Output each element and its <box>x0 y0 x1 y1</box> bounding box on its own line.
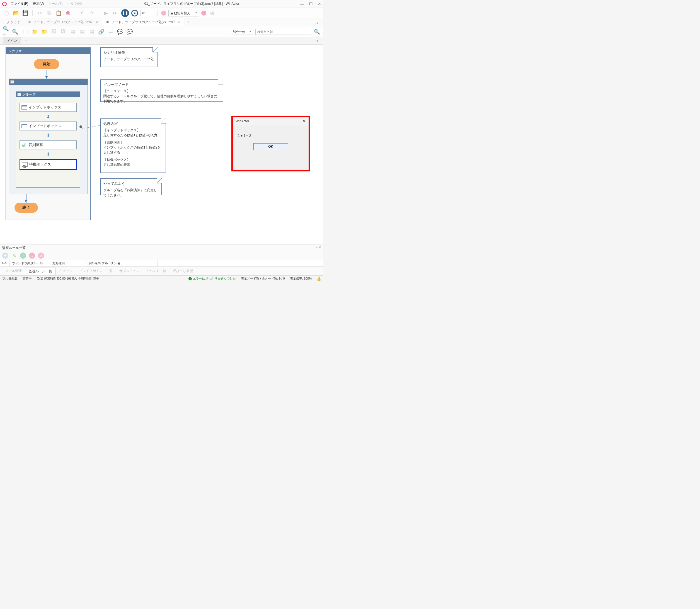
note-try[interactable]: やってみよう グループ名を「四則演算」に変更してください。 <box>100 178 162 195</box>
edit-toolbar: 🔍+ 🔍- ⬚ 📁 📁 🖼 🖼 ▤ ▤ ▤ 🔗 ⇄ 💬 💬 部分一致 🔍 <box>0 26 323 37</box>
status-progress: (0/1) 経過時間 [00:00:10] 残り予想時間計算中 <box>37 277 99 281</box>
node-icon: 📊 <box>21 143 27 147</box>
end-node[interactable]: 終了 <box>15 203 38 213</box>
tab-mail[interactable]: メール管理 <box>2 267 25 275</box>
inner-group-header[interactable]: グループ <box>16 92 80 97</box>
tab-breakpoints[interactable]: ブレイクポイント一覧 <box>76 267 116 275</box>
copy-icon: ⧉ <box>46 10 53 17</box>
image-icon: 🖼 <box>50 28 57 35</box>
dialog-close-button[interactable]: ✕ <box>303 119 306 123</box>
separator <box>32 10 33 16</box>
swap-icon: ⇄ <box>107 28 114 35</box>
redo-icon: ↷ <box>88 10 95 17</box>
file-tab-welcome[interactable]: ようこそ <box>3 18 24 26</box>
node-label: インプットボックス <box>29 105 61 110</box>
separator <box>99 10 99 16</box>
menu-view[interactable]: 表示(V) <box>31 1 46 7</box>
fold-icon <box>218 80 223 85</box>
status-bar: フル機能版 実行中 (0/1) 経過時間 [00:00:10] 残り予想時間計算… <box>0 275 323 281</box>
app-logo-icon <box>2 2 7 6</box>
move-down-icon: ↓ <box>29 253 35 259</box>
result-dialog: WinActor ✕ 1 + 1 = 2 OK <box>232 116 310 171</box>
titlebar: ファイル(F) 表示(V) ツール(T) ヘルプ(H) 01_ノード、ライブラリ… <box>0 0 323 8</box>
cut-icon: ✂ <box>36 10 43 17</box>
status-nodes: 表示ノード数 / 全ノード数: 9 / 9 <box>241 277 285 281</box>
node-waitbox-active[interactable]: 待機ボックス <box>19 159 76 170</box>
col-no: No. <box>0 260 10 266</box>
note-body: ノード、ライブラリのグループ化 <box>103 56 154 62</box>
note-group-node[interactable]: グループノード 【ユースケース】 関連するノードをグループ化して、処理の目的を理… <box>100 80 223 102</box>
image-icon: 🖼 <box>59 28 67 35</box>
note-scenario-op[interactable]: シナリオ操作 ノード、ライブラリのグループ化 <box>100 47 157 67</box>
node-arithmetic[interactable]: 📊四則演算 <box>19 140 76 150</box>
close-button[interactable]: ✕ <box>318 2 321 6</box>
note-title: 処理内容 <box>103 121 163 126</box>
minimize-button[interactable]: ― <box>300 2 304 6</box>
node-inputbox-1[interactable]: インプットボックス <box>19 103 76 112</box>
cancel-icon[interactable]: ⊗ <box>64 10 72 17</box>
group-label: グループ <box>22 92 36 97</box>
record-dot-icon <box>161 11 166 16</box>
folder-icon: 📁 <box>31 28 38 35</box>
dialog-title-text: WinActor <box>236 119 249 123</box>
file-tabs: ようこそ 01_ノード、ライブラリのグループ化.ums7✕ 01_ノード、ライブ… <box>0 18 323 26</box>
close-icon[interactable]: ✕ <box>177 21 180 24</box>
search-input[interactable] <box>255 29 311 35</box>
separator <box>157 10 158 16</box>
link-icon: 🔗 <box>98 28 105 35</box>
add-main-tab[interactable]: ＋ <box>21 37 30 44</box>
file-tab-2-active[interactable]: 01_ノード、ライブラリのグループ化(2).ums7✕ <box>102 18 184 26</box>
note-line: 【待機ボックス】 <box>103 157 163 162</box>
tab-subroutine[interactable]: サブルーチン <box>116 267 143 275</box>
tabs-menu-icon[interactable]: ≡ <box>314 20 321 26</box>
ok-button[interactable]: OK <box>253 143 288 150</box>
panel-controls[interactable]: ▾ ✕ <box>316 246 321 250</box>
outer-group-box[interactable]: グループ インプットボックス ⬇ インプットボックス ⬇ 📊四則演算 ⬇ 待機ボ… <box>9 79 88 194</box>
menu-file[interactable]: ファイル(F) <box>9 1 30 7</box>
comment-off-icon: 💬 <box>126 28 133 35</box>
outer-group-header[interactable] <box>9 79 87 85</box>
file-tab-1[interactable]: 01_ノード、ライブラリのグループ化.ums7✕ <box>24 18 102 26</box>
rule-table-header: No. ウィンドウ識別ルール 対処種別 例外名/サブルーチン名 <box>0 260 323 267</box>
main-tabs: メイン ＋ ≡ <box>0 37 323 45</box>
doc-icon: ▤ <box>88 28 95 35</box>
tab-watch-rules[interactable]: 監視ルール一覧 <box>25 267 56 275</box>
node-label: 四則演算 <box>29 142 43 147</box>
menu-bar: ファイル(F) 表示(V) ツール(T) ヘルプ(H) <box>9 1 83 7</box>
start-node[interactable]: 開始 <box>34 59 59 69</box>
note-title: シナリオ操作 <box>103 50 154 55</box>
bell-icon[interactable]: 🔔 <box>317 277 321 281</box>
flowchart-canvas[interactable]: シナリオ 開始 ▼ グループ インプットボックス ⬇ インプットボックス ⬇ 📊… <box>0 45 323 244</box>
note-process[interactable]: 処理内容 【インプットボックス】 足し算するため数値1と数値2の入力 【四則演算… <box>100 119 166 173</box>
tab-image[interactable]: イメージ <box>56 267 76 275</box>
speed-input[interactable] <box>140 10 154 16</box>
close-icon[interactable]: ✕ <box>96 21 98 24</box>
inner-group-box[interactable]: グループ インプットボックス ⬇ インプットボックス ⬇ 📊四則演算 ⬇ 待機ボ… <box>16 91 80 188</box>
note-line: 【四則演算】 <box>103 140 163 145</box>
collapse-icon[interactable] <box>10 80 14 84</box>
save-icon: 💾 <box>22 10 29 17</box>
fold-icon <box>157 178 162 184</box>
main-tab[interactable]: メイン <box>3 37 21 44</box>
connector-dot-icon <box>80 125 82 128</box>
maintabs-menu-icon[interactable]: ≡ <box>314 38 321 44</box>
maximize-button[interactable]: ☐ <box>309 2 313 6</box>
collapse-icon[interactable] <box>17 93 21 96</box>
mode-select[interactable]: 自動切り替え <box>168 10 199 16</box>
node-icon <box>21 105 27 109</box>
match-select[interactable]: 部分一致 <box>231 29 253 35</box>
col-window-rule: ウィンドウ識別ルール <box>10 260 50 266</box>
node-inputbox-2[interactable]: インプットボックス <box>19 122 76 130</box>
scenario-header: シナリオ <box>6 48 90 54</box>
arrow-down-icon: ⬇ <box>46 133 50 138</box>
stop-button[interactable]: ■ <box>131 10 138 16</box>
pause-button[interactable]: ❚❚ <box>121 9 129 17</box>
tab-callstack[interactable]: 呼び出し履歴 <box>170 267 196 275</box>
search-icon[interactable]: 🔍 <box>313 28 321 35</box>
zoom-out-icon: 🔍- <box>12 28 19 35</box>
tab-events[interactable]: イベント一覧 <box>143 267 170 275</box>
folder-icon: 📁 <box>41 28 48 35</box>
add-tab-button[interactable]: ＋ <box>184 18 193 26</box>
fold-icon <box>153 47 157 52</box>
col-exception: 例外名/サブルーチン名 <box>86 260 157 266</box>
